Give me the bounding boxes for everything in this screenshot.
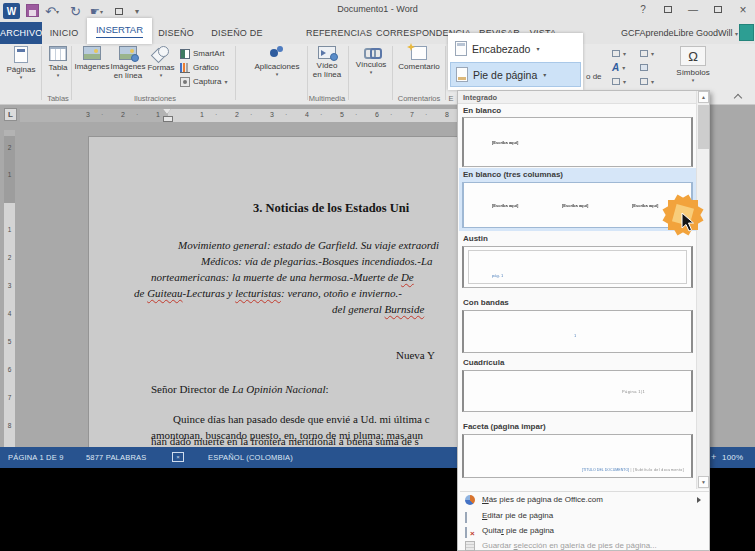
gallery-item-en-blanco[interactable]: [Escriba aquí]	[462, 117, 693, 167]
menu-item-editar-pie-de-pagina[interactable]: Editar pie de página	[458, 509, 709, 523]
chart-icon	[180, 63, 190, 73]
video-en-linea-button[interactable]: Vídeo en línea	[309, 46, 345, 79]
indent-marker[interactable]	[163, 109, 172, 122]
tab-diseno[interactable]: DISEÑO	[156, 22, 196, 44]
tab-correspondencia[interactable]: CORRESPONDENCIA	[376, 22, 448, 44]
austin-inner-frame	[468, 250, 687, 284]
objeto-button[interactable]: ▾	[640, 75, 654, 88]
screenshot-root: W ↶▾ ↻ ☛▾ ▾ Documento1 - Word ? — × ARCH…	[0, 0, 755, 551]
imagenes-button[interactable]: Imágenes	[74, 46, 110, 71]
menu-item-mas-pies-de-pagina[interactable]: Más pies de página de Office.com	[458, 493, 709, 507]
paginas-button[interactable]: Páginas▾	[4, 46, 38, 80]
link-icon	[364, 46, 379, 58]
vertical-ruler[interactable]: 2 1 1 2 3 4 5 6 7 8	[4, 130, 15, 447]
pie-de-pagina-button[interactable]: Pie de página▾	[450, 62, 581, 87]
captura-button[interactable]: Captura▾	[180, 75, 227, 88]
page-indicator[interactable]: PÁGINA 1 DE 9	[8, 453, 64, 462]
office-com-icon	[465, 495, 475, 505]
doc-italic-line: del general Burnside	[332, 303, 424, 315]
zoom-in-button[interactable]: +	[711, 452, 716, 462]
comentario-button[interactable]: Comentario	[395, 46, 443, 71]
ribbon-display-options-button[interactable]	[658, 2, 678, 18]
doc-body-line: han dado muerte en la frontera meridiona…	[151, 435, 419, 447]
gallery-item-austin[interactable]: pág. 1	[462, 246, 693, 288]
header-footer-callout: Encabezado▾ Pie de página▾	[448, 33, 583, 90]
group-label-comentarios: Comentarios	[394, 94, 444, 103]
doc-dateline: Nueva Y	[396, 349, 435, 361]
doc-salutation: Señor Director de La Opinión Nacional:	[151, 383, 329, 395]
proofing-errors-icon[interactable]: ×	[172, 452, 184, 462]
gallery-item-label: Austin	[458, 233, 697, 245]
smartart-icon	[180, 49, 190, 59]
pages-icon	[14, 46, 28, 63]
maximize-button[interactable]	[708, 2, 728, 18]
grafico-button[interactable]: Gráfico	[180, 61, 219, 74]
tab-selector[interactable]: L	[4, 108, 17, 121]
smartart-button[interactable]: SmartArt	[180, 47, 225, 60]
word-count[interactable]: 5877 PALABRAS	[86, 453, 146, 462]
encabezado-button[interactable]: Encabezado▾	[450, 36, 581, 61]
gallery-scrollbar[interactable]: ▲ ▼	[696, 91, 709, 489]
cuadro-de-texto-fragment[interactable]: o de	[586, 70, 602, 83]
collapse-ribbon-button[interactable]	[734, 93, 742, 101]
header-icon	[455, 41, 467, 56]
gallery-item-label: Faceta (página impar)	[458, 421, 697, 433]
help-button[interactable]: ?	[633, 2, 653, 18]
save-gallery-icon	[465, 541, 475, 551]
gallery-item-en-blanco-tres-columnas[interactable]: [Escriba aquí] [Escriba aquí] [Escriba a…	[462, 182, 693, 228]
table-icon	[49, 46, 67, 61]
fecha-hora-button[interactable]	[640, 61, 648, 74]
footer-icon	[456, 67, 468, 82]
minimize-button[interactable]: —	[683, 2, 703, 18]
elementos-rapidos-button[interactable]: ▾	[612, 47, 626, 60]
shapes-icon	[153, 46, 169, 61]
formas-button[interactable]: Formas▾	[146, 46, 176, 78]
close-button[interactable]: ×	[733, 2, 753, 18]
mouse-cursor-icon	[681, 212, 695, 236]
apps-icon	[269, 46, 285, 60]
online-video-icon	[318, 46, 336, 59]
doc-italic-line: de Guiteau-Lecturas y lecturistas: veran…	[134, 287, 402, 299]
simbolos-button[interactable]: Ω Símbolos▾	[674, 46, 712, 83]
doc-italic-line: Movimiento general: estado de Garfield. …	[178, 239, 439, 251]
doc-italic-line: Médicos: vía de plegarias.-Bosques incen…	[201, 255, 433, 267]
tab-diseno-de-pagina[interactable]: DISEÑO DE PÁGINA	[198, 22, 276, 44]
red-x-icon: ×	[470, 530, 475, 538]
letra-capital-button[interactable]: ▾	[612, 75, 626, 88]
tab-insertar[interactable]: INSERTAR	[96, 24, 143, 38]
scroll-up-button[interactable]: ▲	[698, 91, 709, 103]
account-avatar[interactable]	[739, 24, 754, 41]
group-label-multimedia: Multimedia	[305, 94, 349, 103]
gallery-item-con-bandas[interactable]: 1	[462, 310, 693, 353]
tab-archivo[interactable]: ARCHIVO	[0, 22, 42, 44]
globe-icon	[330, 53, 338, 61]
group-label-ilustraciones: Ilustraciones	[110, 94, 200, 103]
gallery-item-label: Con bandas	[458, 297, 697, 309]
scrollbar-thumb[interactable]	[698, 105, 709, 149]
firma-button[interactable]: ▾	[640, 47, 654, 60]
language-indicator[interactable]: ESPAÑOL (COLOMBIA)	[208, 453, 293, 462]
vinculos-button[interactable]: Vínculos▾	[352, 46, 390, 75]
scroll-down-button[interactable]: ▼	[698, 476, 709, 488]
submenu-arrow-icon	[697, 497, 701, 503]
gallery-item-label: Cuadrícula	[458, 357, 697, 369]
gallery-item-faceta[interactable]: [TÍTULO DEL DOCUMENTO] | [Subtítulo del …	[462, 434, 693, 478]
screenshot-icon	[180, 77, 190, 87]
doc-body-line: Quince días han pasado desde que envié a…	[173, 413, 430, 425]
aplicaciones-button[interactable]: Aplicaciones▾	[250, 46, 304, 77]
menu-item-quitar-pie-de-pagina[interactable]: × Quitar pie de página	[458, 524, 709, 538]
gallery-section-header: Integrado	[458, 91, 697, 104]
account-name[interactable]: GCFAprendeLibre GoodWill ▾	[620, 22, 738, 44]
tab-inicio[interactable]: INICIO	[44, 22, 84, 44]
wordart-button[interactable]: A▾	[612, 61, 625, 74]
imagenes-en-linea-button[interactable]: Imágenes en línea	[110, 46, 146, 80]
comment-icon	[411, 46, 427, 60]
zoom-level[interactable]: 100%	[722, 453, 743, 462]
gallery-item-label: En blanco	[458, 105, 697, 117]
tab-referencias[interactable]: REFERENCIAS	[306, 22, 364, 44]
edit-footer-icon	[465, 512, 467, 523]
tabla-button[interactable]: Tabla▾	[45, 46, 71, 78]
gallery-item-label: En blanco (tres columnas)	[458, 169, 697, 181]
gallery-item-cuadricula[interactable]: Página 1|1	[462, 370, 693, 412]
insertar-tab-callout[interactable]: INSERTAR	[87, 18, 152, 44]
